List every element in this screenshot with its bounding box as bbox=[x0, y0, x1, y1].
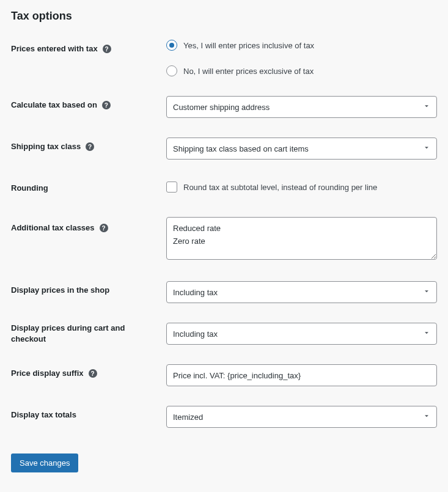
select-value: Including tax bbox=[166, 281, 437, 303]
label-additional-tax-classes: Additional tax classes bbox=[11, 222, 95, 233]
label-rounding: Rounding bbox=[11, 183, 48, 194]
label-price-suffix: Price display suffix bbox=[11, 368, 84, 379]
row-price-suffix: Price display suffix ? bbox=[11, 364, 437, 386]
radio-label-exclusive: No, I will enter prices exclusive of tax bbox=[183, 67, 314, 76]
select-shipping-tax-class[interactable]: Shipping tax class based on cart items bbox=[166, 138, 437, 160]
checkbox-rounding[interactable]: Round tax at subtotal level, instead of … bbox=[166, 182, 437, 193]
radio-prices-inclusive[interactable]: Yes, I will enter prices inclusive of ta… bbox=[166, 40, 437, 51]
label-prices-with-tax: Prices entered with tax bbox=[11, 43, 98, 54]
select-value: Itemized bbox=[166, 406, 437, 428]
input-price-suffix[interactable] bbox=[166, 364, 437, 386]
checkbox-icon bbox=[166, 182, 177, 193]
select-value: Customer shipping address bbox=[166, 96, 437, 118]
label-calculate-tax: Calculate tax based on bbox=[11, 100, 97, 111]
radio-label-inclusive: Yes, I will enter prices inclusive of ta… bbox=[183, 41, 314, 50]
select-display-shop[interactable]: Including tax bbox=[166, 281, 437, 303]
help-icon[interactable]: ? bbox=[103, 45, 111, 53]
label-display-cart: Display prices during cart and checkout bbox=[11, 323, 152, 344]
help-icon[interactable]: ? bbox=[86, 142, 94, 151]
row-shipping-tax-class: Shipping tax class ? Shipping tax class … bbox=[11, 138, 437, 160]
radio-prices-exclusive[interactable]: No, I will enter prices exclusive of tax bbox=[166, 65, 437, 76]
row-display-cart: Display prices during cart and checkout … bbox=[11, 323, 437, 345]
radio-icon bbox=[166, 40, 177, 51]
select-value: Including tax bbox=[166, 323, 437, 345]
select-display-cart[interactable]: Including tax bbox=[166, 323, 437, 345]
label-display-tax-totals: Display tax totals bbox=[11, 409, 76, 420]
row-rounding: Rounding Round tax at subtotal level, in… bbox=[11, 179, 437, 197]
row-display-shop: Display prices in the shop Including tax bbox=[11, 281, 437, 303]
row-calculate-tax: Calculate tax based on ? Customer shippi… bbox=[11, 96, 437, 118]
label-shipping-tax-class: Shipping tax class bbox=[11, 141, 81, 152]
textarea-additional-tax-classes[interactable] bbox=[166, 217, 437, 260]
help-icon[interactable]: ? bbox=[100, 224, 108, 232]
row-display-tax-totals: Display tax totals Itemized bbox=[11, 406, 437, 428]
row-prices-with-tax: Prices entered with tax ? Yes, I will en… bbox=[11, 40, 437, 76]
radio-icon bbox=[166, 65, 177, 76]
select-value: Shipping tax class based on cart items bbox=[166, 138, 437, 160]
help-icon[interactable]: ? bbox=[102, 101, 111, 109]
help-icon[interactable]: ? bbox=[89, 369, 97, 378]
checkbox-label-rounding: Round tax at subtotal level, instead of … bbox=[183, 183, 377, 192]
section-title: Tax options bbox=[11, 10, 437, 23]
select-calculate-tax[interactable]: Customer shipping address bbox=[166, 96, 437, 118]
save-button[interactable]: Save changes bbox=[11, 453, 78, 472]
select-display-tax-totals[interactable]: Itemized bbox=[166, 406, 437, 428]
row-additional-tax-classes: Additional tax classes ? bbox=[11, 217, 437, 262]
label-display-shop: Display prices in the shop bbox=[11, 285, 109, 296]
